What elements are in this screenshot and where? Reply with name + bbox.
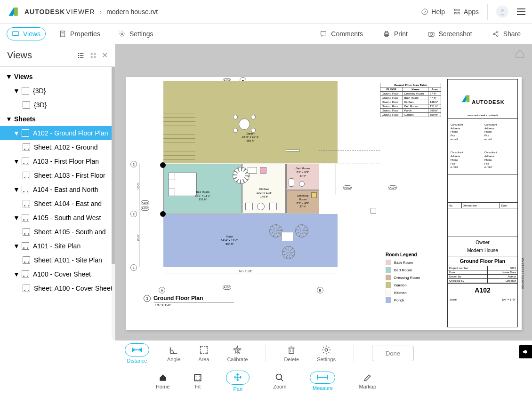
zoom-tool[interactable]: Zoom (273, 373, 286, 389)
title-block: AUTODESK www.autodesk.com/revit Consulta… (447, 79, 518, 327)
svg-rect-2 (455, 9, 456, 10)
feedback-button[interactable] (519, 345, 532, 358)
svg-rect-13 (384, 33, 388, 35)
room-bath: Bath Room 8'1" x 6'3" 47 ft² (286, 164, 319, 190)
main-toolbar: Views Properties Settings Comments Print… (0, 24, 532, 44)
measure-settings-tool[interactable]: Settings (317, 345, 336, 362)
list-view-icon[interactable] (77, 52, 85, 59)
area-icon (199, 345, 209, 355)
svg-rect-4 (455, 12, 456, 14)
properties-tab[interactable]: Properties (54, 28, 105, 40)
angle-tool[interactable]: Angle (167, 345, 180, 362)
svg-rect-3 (458, 9, 459, 10)
svg-point-6 (501, 9, 504, 12)
tree-item-a102-sheet[interactable]: Sheet: A102 - Ground (0, 140, 115, 154)
garden-label: Garden 34'-9" x 19'-0" 659 ft² (242, 132, 259, 143)
sidebar-scrollbar[interactable] (112, 67, 115, 340)
views-tree: ▼Views ▼{3D} {3D} ▼Sheets ▼A102 - Ground… (0, 67, 115, 298)
help-label: Help (431, 8, 445, 16)
settings-tab[interactable]: Settings (113, 28, 158, 40)
tree-item-a103[interactable]: ▼A103 - First Floor Plan (0, 154, 115, 168)
svg-rect-51 (195, 374, 201, 380)
pan-tool[interactable]: Pan (226, 371, 250, 392)
brand-secondary: VIEWER (66, 8, 95, 16)
fit-tool[interactable]: Fit (193, 373, 202, 389)
area-tool[interactable]: Area (198, 345, 209, 362)
svg-point-33 (160, 162, 166, 168)
comment-icon (320, 30, 327, 38)
svg-rect-14 (385, 31, 387, 32)
settings-label: Settings (129, 30, 153, 38)
room-legend: Room Legend Bath Room Bed Room Dressing … (386, 252, 437, 305)
avatar[interactable] (496, 6, 508, 18)
zoom-icon (275, 373, 284, 382)
measure-tool[interactable]: Measure (310, 372, 335, 391)
tree-section-sheets[interactable]: ▼Sheets (0, 112, 115, 126)
screenshot-button[interactable]: Screenshot (423, 28, 477, 40)
share-button[interactable]: Share (487, 28, 525, 40)
help-icon: ? (421, 8, 428, 16)
apps-label: Apps (464, 8, 479, 16)
tree-item-a102[interactable]: ▼A102 - Ground Floor Plan (0, 126, 115, 140)
sheet-icon (22, 129, 29, 137)
tree-item-3d-child[interactable]: {3D} (0, 98, 115, 112)
delete-tool[interactable]: Delete (284, 345, 299, 362)
views-label: Views (23, 30, 40, 38)
calibrate-icon (232, 345, 242, 355)
svg-point-18 (493, 33, 494, 34)
tree-item-a105[interactable]: ▼A105 - South and West (0, 211, 115, 225)
svg-rect-29 (91, 53, 93, 55)
tree-section-views[interactable]: ▼Views (0, 70, 115, 84)
grid-view-icon[interactable] (89, 52, 97, 59)
tree-item-a104[interactable]: ▼A104 - East and North (0, 182, 115, 197)
help-button[interactable]: ? Help (421, 8, 445, 16)
tree-item-a101[interactable]: ▼A101 - Site Plan (0, 239, 115, 253)
plan-title: 1Ground Floor Plan 1/4" = 1'-0" (144, 295, 234, 307)
close-icon[interactable]: ✕ (102, 51, 108, 60)
home-cube-icon[interactable] (514, 48, 525, 61)
tree-item-a105-sheet[interactable]: Sheet: A105 - South and (0, 225, 115, 239)
markup-tool[interactable]: Markup (359, 373, 376, 389)
viewer-canvas[interactable]: A104 ▼ Garden 34'-9" x 19'-0" 659 ft² (115, 44, 532, 341)
measure-toolbar: Distance Angle Area Calibrate Delete Set… (115, 341, 532, 366)
svg-point-52 (196, 375, 197, 376)
calibrate-tool[interactable]: Calibrate (227, 345, 248, 362)
floor-plan: A104 ▼ Garden 34'-9" x 19'-0" 659 ft² (130, 81, 385, 311)
measure-icon (317, 373, 328, 381)
tree-item-a100-sheet[interactable]: Sheet: A100 - Cover Sheet (0, 281, 115, 295)
menu-button[interactable] (517, 8, 525, 15)
svg-rect-42 (206, 352, 208, 354)
svg-point-26 (78, 53, 79, 54)
svg-rect-45 (289, 348, 294, 353)
tree-item-a103-sheet[interactable]: Sheet: A103 - First Floor (0, 168, 115, 182)
tree-item-3d[interactable]: ▼{3D} (0, 84, 115, 98)
svg-point-19 (496, 31, 498, 32)
home-icon (158, 373, 168, 382)
done-button[interactable]: Done (372, 346, 414, 361)
svg-rect-30 (94, 53, 96, 55)
angle-icon (169, 345, 179, 355)
area-table: Ground Floor Area Table FLOORNameArea Gr… (380, 83, 441, 117)
camera-icon (427, 30, 435, 38)
svg-rect-41 (200, 352, 202, 354)
svg-point-53 (199, 375, 200, 376)
print-button[interactable]: Print (378, 28, 412, 40)
tree-item-a101-sheet[interactable]: Sheet: A101 - Site Plan (0, 253, 115, 267)
svg-rect-32 (94, 56, 96, 58)
autodesk-logo-icon (460, 94, 471, 104)
header-divider (487, 4, 488, 20)
tree-item-a100[interactable]: ▼A100 - Cover Sheet (0, 267, 115, 281)
views-tab[interactable]: Views (7, 27, 46, 40)
svg-point-12 (121, 33, 123, 35)
distance-tool[interactable]: Distance (125, 343, 149, 364)
bottom-nav: Home Fit Pan Zoom Measure Markup (0, 368, 532, 394)
tree-item-a104-sheet[interactable]: Sheet: A104 - East and (0, 197, 115, 211)
room-dressing: Dressing Room 8'1" x 4'9" 37 ft² (286, 190, 319, 214)
home-tool[interactable]: Home (156, 373, 169, 389)
sheet-icon (23, 285, 30, 292)
comments-button[interactable]: Comments (315, 28, 368, 40)
svg-rect-7 (13, 32, 18, 35)
svg-point-54 (196, 379, 197, 380)
print-icon (383, 30, 390, 38)
apps-button[interactable]: Apps (453, 8, 479, 16)
